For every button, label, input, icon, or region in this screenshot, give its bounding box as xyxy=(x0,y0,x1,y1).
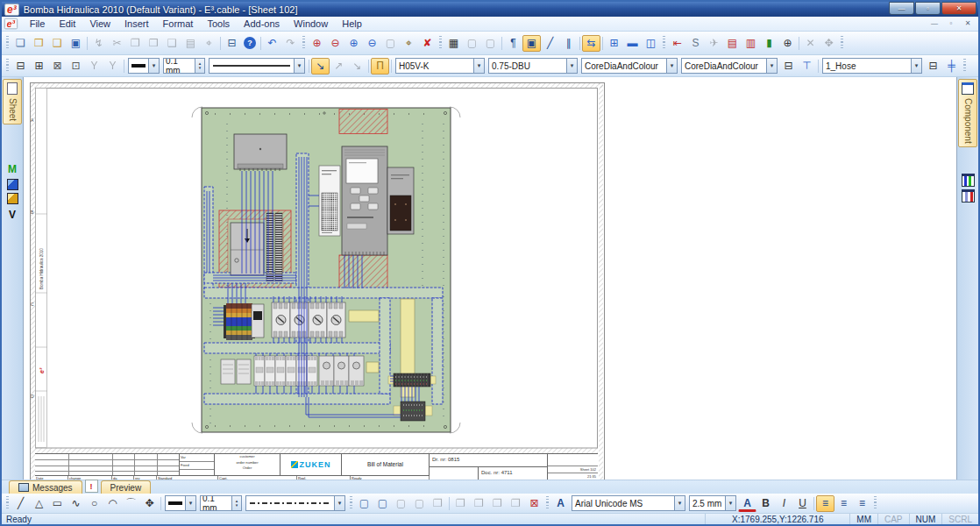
mdi-restore-button[interactable]: ▫ xyxy=(944,18,958,30)
double-line-button[interactable]: ∥ xyxy=(559,35,578,52)
italic-button[interactable]: I xyxy=(775,495,793,512)
underline-button[interactable]: U xyxy=(793,495,812,512)
draw-line-width-swatch[interactable] xyxy=(165,495,196,511)
pin-list-button[interactable]: ▥ xyxy=(742,35,760,52)
status-toggle-scrl[interactable]: SCRL xyxy=(941,514,978,524)
transformer-unit[interactable] xyxy=(234,134,287,171)
connection-alt-button[interactable]: ⊞ xyxy=(30,58,48,75)
yellow-cube-button[interactable] xyxy=(7,193,18,204)
draw-spline-button[interactable]: ∿ xyxy=(67,495,85,512)
goto-sheet-button[interactable]: ⇤ xyxy=(668,35,686,52)
menu-format[interactable]: Format xyxy=(156,18,201,31)
pins-button[interactable]: Π xyxy=(371,58,389,75)
connection-button[interactable]: ⊟ xyxy=(11,58,30,75)
mdi-minimize-button[interactable]: — xyxy=(927,18,941,30)
draw-line-style-combo[interactable] xyxy=(245,495,345,511)
draw-rectangle-button[interactable]: ▭ xyxy=(48,495,67,512)
wire-type-combo[interactable]: 0.75-DBU xyxy=(488,58,578,74)
grid-button[interactable]: ▦ xyxy=(444,35,463,52)
device-block-button[interactable]: ▮ xyxy=(760,35,778,52)
hose-combo[interactable]: 1_Hose xyxy=(822,58,922,74)
status-toggle-num[interactable]: NUM xyxy=(909,514,942,524)
menu-file[interactable]: File xyxy=(23,18,53,31)
delete-graphic-button[interactable]: ⊠ xyxy=(525,495,543,512)
zoom-fit-button[interactable]: ⊕ xyxy=(344,35,363,52)
busbar-button[interactable]: ▬ xyxy=(623,35,642,52)
draw-arc3-button[interactable]: ⌒ xyxy=(122,495,140,512)
draw-line-button[interactable]: ╱ xyxy=(11,495,30,512)
delete-button[interactable]: ✘ xyxy=(418,35,437,52)
m-tool-button[interactable]: M xyxy=(4,161,21,176)
restore-button[interactable]: ▫ xyxy=(915,2,941,15)
tab-preview[interactable]: Preview xyxy=(101,480,152,494)
sheet-page[interactable]: Bomba Hidraulica 2010 e³ xyxy=(30,82,605,480)
toolbar-grip[interactable] xyxy=(439,36,442,50)
mounting-panel[interactable] xyxy=(202,108,451,432)
sheet-index-button[interactable]: ▤ xyxy=(723,35,742,52)
connect-button[interactable]: ⇆ xyxy=(582,35,600,52)
contactor-row[interactable] xyxy=(221,356,379,386)
node-button[interactable]: ⊠ xyxy=(48,58,67,75)
draw-circle-button[interactable]: ○ xyxy=(85,495,103,512)
toolbar-grip[interactable] xyxy=(350,496,352,510)
help-button[interactable]: ? xyxy=(244,37,256,49)
find-button[interactable]: ⌖ xyxy=(400,35,418,52)
hose-button[interactable]: ╪ xyxy=(942,58,961,75)
open-project-button[interactable]: ❑ xyxy=(48,35,67,52)
font-size-combo[interactable]: 2.5 mm xyxy=(689,495,736,511)
signal-sheet-button[interactable]: S xyxy=(686,35,705,52)
font-color-button[interactable]: A xyxy=(738,496,756,512)
status-toggle-cap[interactable]: CAP xyxy=(877,514,909,524)
menu-addons[interactable]: Add-ons xyxy=(237,18,287,31)
image-button[interactable]: ▣ xyxy=(522,35,541,52)
aux-unit[interactable] xyxy=(252,304,264,338)
title-bar[interactable]: e³ Bomba Hidraulica 2010 (Default Varian… xyxy=(2,2,978,17)
toolbar-grip[interactable] xyxy=(963,59,966,73)
open-button[interactable]: ❒ xyxy=(30,35,48,52)
align-left-button[interactable]: ≡ xyxy=(816,495,834,512)
origin-button[interactable]: ⊕ xyxy=(778,35,797,52)
align-right-button[interactable]: ≡ xyxy=(853,495,871,512)
move-group-button[interactable]: ▢ xyxy=(373,495,392,512)
node-alt-button[interactable]: ⊡ xyxy=(67,58,85,75)
mdi-close-button[interactable]: ✕ xyxy=(961,18,975,30)
print-button[interactable]: ⊟ xyxy=(223,35,241,52)
text-marks-button[interactable]: ¶ xyxy=(504,35,522,52)
line-width-spinner[interactable]: 0.1 mm xyxy=(163,58,205,74)
bold-button[interactable]: B xyxy=(756,495,775,512)
toolbar-grip[interactable] xyxy=(546,496,549,510)
text-button[interactable]: A xyxy=(551,495,570,512)
font-combo[interactable]: Arial Unicode MS xyxy=(572,495,685,511)
hatch-area-top[interactable] xyxy=(339,110,387,134)
menu-window[interactable]: Window xyxy=(287,18,335,31)
core-dia-combo[interactable]: CoreDiaAndColour xyxy=(581,58,678,74)
close-button[interactable]: ✕ xyxy=(941,2,976,15)
line-width-swatch[interactable] xyxy=(128,58,160,74)
draw-node-button[interactable]: ✥ xyxy=(140,495,159,512)
line-button[interactable]: ╱ xyxy=(541,35,559,52)
toolbar-grip[interactable] xyxy=(6,59,9,73)
v-tool-button[interactable]: V xyxy=(4,207,21,222)
menu-help[interactable]: Help xyxy=(335,18,369,31)
undo-button[interactable]: ↶ xyxy=(263,35,281,52)
menu-tools[interactable]: Tools xyxy=(200,18,237,31)
draw-arc-button[interactable]: ◠ xyxy=(103,495,122,512)
component-table-red-button[interactable] xyxy=(962,189,975,203)
toolbar-grip[interactable] xyxy=(302,36,305,50)
node-pair-alt-button[interactable]: ⊟ xyxy=(924,58,942,75)
menu-view[interactable]: View xyxy=(82,18,117,31)
error-badge-icon[interactable]: ! xyxy=(85,480,98,493)
circuit-breaker-row[interactable] xyxy=(272,302,345,338)
zoom-previous-button[interactable]: ⊖ xyxy=(363,35,381,52)
toolbar-grip[interactable] xyxy=(841,36,843,50)
draw-polygon-button[interactable]: △ xyxy=(30,495,48,512)
tab-messages[interactable]: Messages xyxy=(9,480,82,494)
toolbar-grip[interactable] xyxy=(874,496,877,510)
core-colour-combo[interactable]: CoreDiaAndColour xyxy=(681,58,778,74)
menu-insert[interactable]: Insert xyxy=(117,18,156,31)
right-terminal-strip[interactable] xyxy=(388,373,436,387)
draw-line-width-spinner[interactable]: 0.1 mm xyxy=(200,495,242,511)
hose-fitting-button[interactable]: ⊤ xyxy=(798,58,816,75)
drawing-canvas[interactable]: Bomba Hidraulica 2010 e³ xyxy=(23,77,957,480)
align-center-button[interactable]: ≡ xyxy=(834,495,853,512)
